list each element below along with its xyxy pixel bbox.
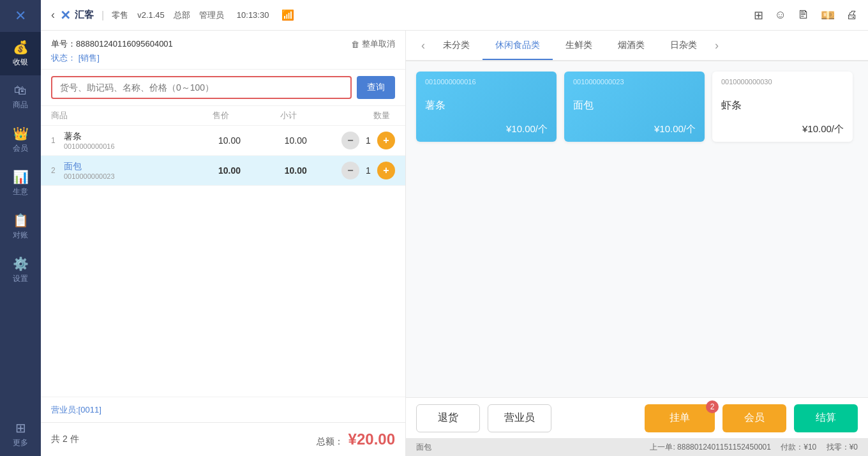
product-code-1: 0010000000016 — [425, 78, 548, 86]
business-icon: 📊 — [13, 169, 29, 185]
list-item[interactable]: 0010000000016 薯条 ¥10.00/个 — [416, 72, 557, 142]
list-item[interactable]: 0010000000030 虾条 ¥10.00/个 — [712, 72, 853, 142]
content-area: 单号：888801240116095604001 🗑 整单取消 状态： [销售]… — [41, 31, 868, 456]
status-badge: [销售] — [79, 53, 100, 63]
trash-icon: 🗑 — [351, 40, 359, 49]
topbar-right: ⊞ ☺ 🖹 💴 🖨 — [754, 8, 858, 22]
tab-fresh[interactable]: 生鲜类 — [553, 32, 605, 60]
total-amount: 总额： ¥20.00 — [317, 430, 395, 448]
sidebar-logo: ✕ — [15, 0, 26, 32]
item-qty-ctrl-1: − 1 + — [329, 132, 395, 149]
staff-button[interactable]: 营业员 — [488, 404, 551, 432]
table-row[interactable]: 2 面包 0010000000023 10.00 10.00 − 1 + — [41, 156, 405, 186]
tab-uncategorized[interactable]: 未分类 — [430, 32, 483, 60]
item-subtotal-1: 10.00 — [262, 135, 329, 146]
product-name-2: 面包 — [573, 99, 696, 112]
print-icon[interactable]: 🖨 — [846, 8, 858, 22]
currency-icon[interactable]: 💴 — [821, 8, 835, 22]
current-item-status: 面包 — [416, 442, 431, 453]
item-qty-ctrl-2: − 1 + — [329, 162, 395, 179]
order-footer: 共 2 件 总额： ¥20.00 — [41, 422, 405, 456]
cancel-label: 整单取消 — [362, 38, 395, 50]
item-price-1: 10.00 — [197, 135, 263, 146]
app-name: 汇客 — [75, 9, 94, 21]
app-user: 管理员 — [199, 10, 224, 21]
checkout-button[interactable]: 结算 — [794, 404, 858, 432]
item-info-2: 面包 0010000000023 — [64, 161, 197, 180]
right-panel: ‹ 未分类 休闲食品类 生鲜类 烟酒类 日杂类 › 0010000000016 … — [406, 31, 868, 456]
order-info-row: 单号：888801240116095604001 🗑 整单取消 — [51, 38, 395, 50]
last-order-label: 上一单: 888801240115115245000​1 — [650, 443, 771, 452]
search-button[interactable]: 查询 — [357, 76, 395, 99]
document-icon[interactable]: 🖹 — [798, 8, 809, 22]
members-icon: 👑 — [13, 126, 29, 141]
product-name-3: 虾条 — [721, 99, 844, 112]
product-name-1: 薯条 — [425, 99, 548, 112]
table-header: 商品 售价 小计 数量 — [41, 106, 405, 126]
topbar: ‹ ✕ 汇客 | 零售 v2.1.45 总部 管理员 10:13:30 📶 ⊞ … — [41, 0, 868, 31]
sidebar-item-cashier-label: 收银 — [13, 57, 28, 68]
search-input[interactable] — [51, 76, 352, 99]
item-price-2: 10.00 — [197, 165, 263, 176]
payment-label: 付款：¥10 — [781, 443, 816, 452]
item-name-1: 薯条 — [64, 131, 197, 142]
return-button[interactable]: 退货 — [416, 404, 480, 432]
product-price-1: ¥10.00/个 — [425, 123, 548, 135]
sidebar-item-members[interactable]: 👑 会员 — [0, 118, 41, 162]
hang-label: 挂单 — [670, 412, 690, 423]
tab-snacks[interactable]: 休闲食品类 — [483, 32, 553, 60]
tab-daily[interactable]: 日杂类 — [657, 32, 710, 60]
table-row[interactable]: 1 薯条 0010000000016 10.00 10.00 − 1 + — [41, 126, 405, 156]
col-qty-header: 数量 — [322, 110, 395, 121]
qty-increase-btn-2[interactable]: + — [377, 162, 395, 179]
product-code-2: 0010000000023 — [573, 78, 696, 86]
category-tabs: ‹ 未分类 休闲食品类 生鲜类 烟酒类 日杂类 › — [406, 31, 868, 61]
salesperson-area: 营业员:[0011] — [41, 397, 405, 422]
change-label: 找零：¥0 — [827, 443, 858, 452]
qty-increase-btn-1[interactable]: + — [377, 132, 395, 149]
col-subtotal-header: 小计 — [255, 110, 322, 121]
qty-value-2: 1 — [363, 165, 373, 176]
bottom-action-bar: 退货 营业员 挂单 2 会员 结算 — [406, 397, 868, 438]
app-branch: 总部 — [174, 10, 190, 21]
salesperson-link[interactable]: 营业员:[0011] — [51, 405, 101, 414]
item-index-1: 1 — [51, 136, 64, 145]
list-item[interactable]: 0010000000023 面包 ¥10.00/个 — [564, 72, 705, 142]
face-icon[interactable]: ☺ — [775, 8, 786, 22]
app-time: 10:13:30 — [237, 10, 269, 20]
qty-decrease-btn-2[interactable]: − — [341, 162, 359, 179]
sidebar-item-products-label: 商品 — [13, 100, 28, 110]
sidebar-item-business[interactable]: 📊 生意 — [0, 162, 41, 205]
search-area: 查询 — [41, 70, 405, 106]
back-button[interactable]: ‹ — [51, 8, 55, 22]
sidebar-item-reconcile-label: 对账 — [13, 230, 28, 241]
sidebar-item-products[interactable]: 🛍 商品 — [0, 75, 41, 118]
sidebar-item-settings[interactable]: ⚙️ 设置 — [0, 248, 41, 292]
item-info-1: 薯条 0010000000016 — [64, 131, 197, 150]
total-count: 共 2 件 — [51, 434, 79, 445]
topbar-divider: | — [101, 10, 104, 21]
sidebar-item-reconcile[interactable]: 📋 对账 — [0, 205, 41, 248]
tab-tobacco[interactable]: 烟酒类 — [605, 32, 657, 60]
member-button[interactable]: 会员 — [722, 404, 786, 432]
grid-icon[interactable]: ⊞ — [754, 8, 763, 22]
app-type: 零售 — [112, 10, 128, 21]
order-header: 单号：888801240116095604001 🗑 整单取消 状态： [销售] — [41, 31, 405, 70]
product-grid: 0010000000016 薯条 ¥10.00/个 0010000000023 … — [406, 61, 868, 397]
sidebar: ✕ 💰 收银 🛍 商品 👑 会员 📊 生意 📋 对账 ⚙️ 设置 ⊞ 更多 — [0, 0, 41, 456]
tab-prev-button[interactable]: ‹ — [416, 39, 430, 52]
item-name-2: 面包 — [64, 161, 197, 172]
order-items-list: 1 薯条 0010000000016 10.00 10.00 − 1 + 2 — [41, 126, 405, 397]
cancel-order-button[interactable]: 🗑 整单取消 — [351, 38, 395, 50]
sidebar-item-more[interactable]: ⊞ 更多 — [0, 413, 41, 456]
qty-decrease-btn-1[interactable]: − — [341, 132, 359, 149]
sidebar-item-more-label: 更多 — [13, 437, 28, 448]
tab-next-button[interactable]: › — [710, 39, 724, 52]
product-code-3: 0010000000030 — [721, 78, 844, 86]
product-price-3: ¥10.00/个 — [721, 123, 844, 135]
hang-badge: 2 — [706, 400, 719, 413]
more-icon: ⊞ — [15, 420, 26, 436]
sidebar-item-cashier[interactable]: 💰 收银 — [0, 32, 41, 75]
hang-order-button[interactable]: 挂单 2 — [645, 404, 715, 432]
total-label: 总额： — [317, 436, 343, 446]
